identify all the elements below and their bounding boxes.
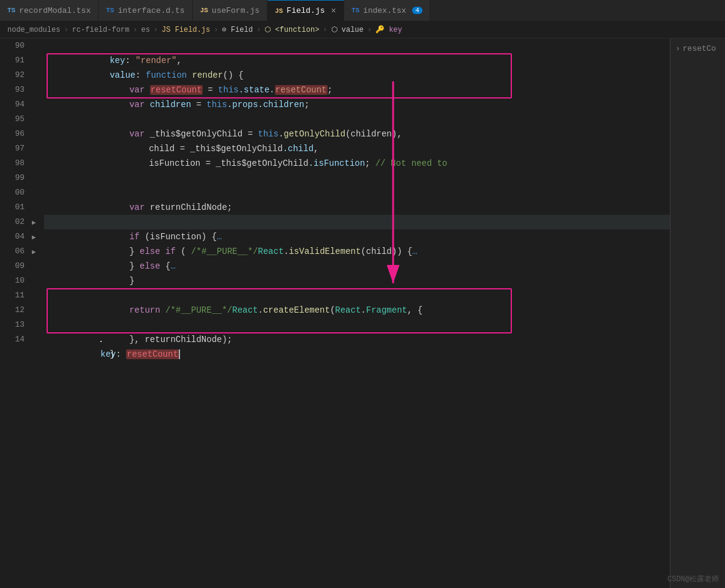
fold-112 xyxy=(32,303,44,318)
code-line-114: } xyxy=(44,332,670,347)
fold-97 xyxy=(32,141,44,156)
code-line-92: var resetCount = this.state.resetCount; xyxy=(44,68,670,83)
bc-node-modules: node_modules xyxy=(7,26,60,34)
code-line-109: } xyxy=(44,259,670,274)
fold-110 xyxy=(32,274,44,288)
line-numbers: 90 91 92 93 94 95 96 97 98 99 00 01 02 0… xyxy=(0,39,32,588)
ln-106: 06 xyxy=(5,244,24,259)
fold-93 xyxy=(32,83,44,97)
fold-gutter: ▶ ▶ ▶ xyxy=(32,39,44,588)
right-panel-header: › resetCo xyxy=(675,41,716,56)
js-icon: JS xyxy=(200,7,208,14)
code-line-100: var returnChildNode; xyxy=(44,185,670,200)
fold-106[interactable]: ▶ xyxy=(32,244,44,259)
fold-99 xyxy=(32,171,44,185)
code-line-101 xyxy=(44,200,670,215)
code-line-110 xyxy=(44,274,670,288)
code-line-102: if (isFunction) {… xyxy=(44,215,670,229)
tab-interface[interactable]: TS interface.d.ts xyxy=(99,0,192,21)
fold-100 xyxy=(32,185,44,200)
js-icon-active: JS xyxy=(275,7,283,15)
tab-label-useform: useForm.js xyxy=(212,6,260,15)
ln-99: 99 xyxy=(5,171,24,185)
ln-96: 96 xyxy=(5,127,24,141)
code-line-96: child = _this$getOnlyChild.child, xyxy=(44,127,670,141)
tab-label-recordmodal: recordModal.tsx xyxy=(19,6,91,15)
bc-rc-field-form: rc-field-form xyxy=(72,26,130,34)
code-line-91: value: function render() { xyxy=(44,53,670,68)
bc-fieldjs: JS Field.js xyxy=(162,26,210,34)
tab-label-fieldjs: Field.js xyxy=(287,6,325,15)
ln-98: 98 xyxy=(5,156,24,171)
fold-109 xyxy=(32,259,44,274)
ln-109: 09 xyxy=(5,259,24,274)
fold-96 xyxy=(32,127,44,141)
bc-function: ⬡ <function> xyxy=(265,25,319,34)
editor-area: 90 91 92 93 94 95 96 97 98 99 00 01 02 0… xyxy=(0,39,725,588)
fold-98 xyxy=(32,156,44,171)
code-line-112: key: resetCount xyxy=(44,303,670,318)
ln-90: 90 xyxy=(5,39,24,53)
tab-recordmodal[interactable]: TS recordModal.tsx xyxy=(0,0,99,21)
code-line-94 xyxy=(44,97,670,112)
fold-92 xyxy=(32,68,44,83)
fold-114 xyxy=(32,332,44,347)
code-line-104: } else if ( /*#__PURE__*/React.isValidEl… xyxy=(44,229,670,244)
code-content: key: "render", value: function render() … xyxy=(44,39,670,588)
code-line-90: key: "render", xyxy=(44,39,670,53)
code-line-98 xyxy=(44,156,670,171)
fold-94 xyxy=(32,97,44,112)
ln-102: 02 xyxy=(5,215,24,229)
bc-field: ⊙ Field xyxy=(222,25,252,34)
close-icon[interactable]: × xyxy=(331,6,336,16)
tab-indextsx[interactable]: TS index.tsx 4 xyxy=(344,0,430,21)
ts-icon-index: TS xyxy=(351,7,359,14)
fold-90 xyxy=(32,39,44,53)
code-line-95: var _this$getOnlyChild = this.getOnlyChi… xyxy=(44,112,670,127)
editor-container: TS recordModal.tsx TS interface.d.ts JS … xyxy=(0,0,725,588)
code-line-93: var children = this.props.children; xyxy=(44,83,670,97)
ln-94: 94 xyxy=(5,97,24,112)
code-line-99 xyxy=(44,171,670,185)
code-line-111: return /*#__PURE__*/React.createElement(… xyxy=(44,288,670,303)
ln-97: 97 xyxy=(5,141,24,156)
code-line-113: }, returnChildNode); xyxy=(44,318,670,332)
tsx-icon: TS xyxy=(7,7,15,14)
ln-111: 11 xyxy=(5,288,24,303)
ts-icon: TS xyxy=(106,7,114,14)
tab-label-indextsx: index.tsx xyxy=(363,6,406,15)
fold-101 xyxy=(32,200,44,215)
tab-fieldjs[interactable]: JS Field.js × xyxy=(268,0,344,21)
ln-91: 91 xyxy=(5,53,24,68)
chevron-right-icon: › xyxy=(675,44,680,53)
ln-92: 92 xyxy=(5,68,24,83)
bc-value: ⬡ value xyxy=(331,25,364,34)
ln-113: 13 xyxy=(5,318,24,332)
tab-label-interface: interface.d.ts xyxy=(118,6,184,15)
fold-113 xyxy=(32,318,44,332)
ln-100: 00 xyxy=(5,185,24,200)
ln-112: 12 xyxy=(5,303,24,318)
right-panel: › resetCo xyxy=(670,39,725,588)
ln-110: 10 xyxy=(5,274,24,288)
code-line-106: } else {… xyxy=(44,244,670,259)
ln-101: 01 xyxy=(5,200,24,215)
fold-95 xyxy=(32,112,44,127)
code-line-97: isFunction = _this$getOnlyChild.isFuncti… xyxy=(44,141,670,156)
ln-95: 95 xyxy=(5,112,24,127)
fold-111 xyxy=(32,288,44,303)
bc-key: 🔑 key xyxy=(375,25,402,34)
ln-114: 14 xyxy=(5,332,24,347)
right-panel-label: resetCo xyxy=(683,44,716,53)
fold-102[interactable]: ▶ xyxy=(32,215,44,229)
ln-104: 04 xyxy=(5,229,24,244)
fold-91 xyxy=(32,53,44,68)
ln-93: 93 xyxy=(5,83,24,97)
badge-count: 4 xyxy=(412,7,423,14)
bc-es: es xyxy=(141,26,149,34)
watermark: CSDN@松露老师 xyxy=(667,574,719,584)
tab-useform[interactable]: JS useForm.js xyxy=(193,0,268,21)
breadcrumb: node_modules › rc-field-form › es › JS F… xyxy=(0,21,725,39)
tab-bar: TS recordModal.tsx TS interface.d.ts JS … xyxy=(0,0,725,21)
fold-104[interactable]: ▶ xyxy=(32,229,44,244)
